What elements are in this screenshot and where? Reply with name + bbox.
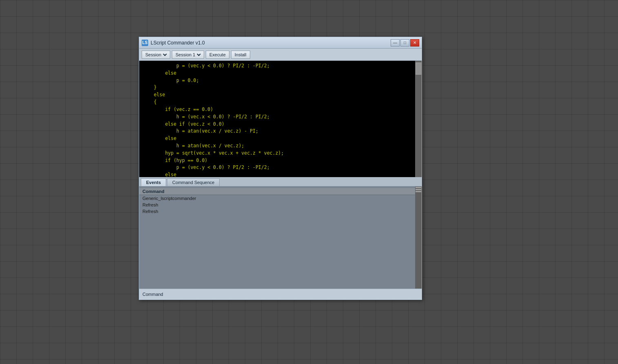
- scroll-grip-2: [416, 189, 421, 190]
- scroll-grip-1: [416, 187, 421, 188]
- title-bar-left: LS LScript Commander v1.0: [142, 40, 205, 46]
- tab-command-sequence[interactable]: Command Sequence: [167, 178, 220, 186]
- events-column-header: Command: [139, 188, 422, 195]
- list-item[interactable]: Refresh: [139, 202, 422, 208]
- panels-container: Events Command Sequence Command Generic_…: [139, 177, 422, 299]
- scroll-grip-3: [416, 191, 421, 192]
- command-label: Command: [142, 292, 163, 297]
- events-rows: Generic_lscriptcommanderRefreshRefresh: [139, 195, 422, 215]
- list-item[interactable]: Generic_lscriptcommander: [139, 195, 422, 202]
- execute-button[interactable]: Execute: [206, 51, 229, 59]
- title-controls: — □ ✕: [391, 39, 419, 47]
- events-area-wrapper: Command Generic_lscriptcommanderRefreshR…: [139, 186, 422, 289]
- main-window: LS LScript Commander v1.0 — □ ✕ Session …: [139, 37, 422, 300]
- window-title: LScript Commander v1.0: [151, 40, 205, 46]
- code-scrollbar-thumb[interactable]: [416, 62, 421, 75]
- app-icon: LS: [142, 40, 148, 46]
- tab-events[interactable]: Events: [141, 178, 166, 186]
- code-scrollbar[interactable]: [415, 61, 422, 177]
- minimize-button[interactable]: —: [391, 39, 400, 47]
- list-item[interactable]: Refresh: [139, 208, 422, 215]
- tabs-bar: Events Command Sequence: [139, 177, 422, 186]
- install-button[interactable]: Install: [231, 51, 250, 59]
- close-button[interactable]: ✕: [410, 39, 419, 47]
- events-panel: Command Generic_lscriptcommanderRefreshR…: [139, 186, 422, 289]
- toolbar: Session Session 1 Execute Install: [139, 49, 422, 61]
- session1-dropdown[interactable]: Session 1: [172, 51, 204, 59]
- code-content: p = (vec.y < 0.0) ? PI/2 : -PI/2; else p…: [142, 62, 418, 177]
- command-bar: Command: [139, 289, 422, 299]
- code-editor[interactable]: p = (vec.y < 0.0) ? PI/2 : -PI/2; else p…: [139, 61, 422, 177]
- maximize-button[interactable]: □: [400, 39, 409, 47]
- session1-select[interactable]: Session 1: [174, 52, 202, 58]
- session-dropdown[interactable]: Session: [142, 51, 170, 59]
- title-bar: LS LScript Commander v1.0 — □ ✕: [139, 37, 422, 49]
- events-scrollbar[interactable]: [415, 186, 422, 289]
- code-wrapper: p = (vec.y < 0.0) ? PI/2 : -PI/2; else p…: [139, 61, 422, 177]
- session-select[interactable]: Session: [144, 52, 168, 58]
